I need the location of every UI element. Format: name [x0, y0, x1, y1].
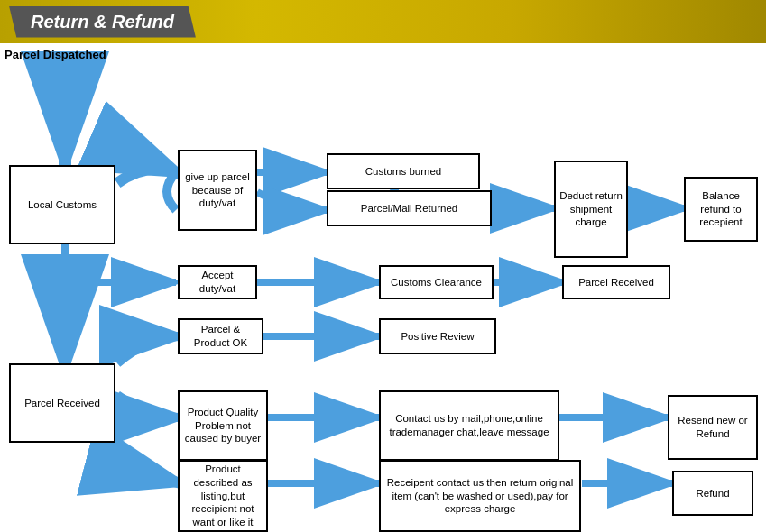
parcel-received-right-box: Parcel Received [562, 265, 670, 299]
header-title-box: Return & Refund [9, 6, 196, 38]
parcel-product-ok-box: Parcel & Product OK [178, 318, 263, 354]
refund-box: Refund [672, 471, 753, 516]
main-diagram: Parcel Dispatched Local Customs give up … [0, 43, 766, 532]
positive-review-box: Positive Review [379, 318, 496, 354]
accept-duty-box: Accept duty/vat [178, 265, 257, 299]
product-quality-box: Product Quality Problem not caused by bu… [178, 390, 268, 461]
local-customs-box: Local Customs [9, 165, 115, 244]
parcel-received-left-box: Parcel Received [9, 363, 115, 443]
deduct-return-box: Deduct return shipment charge [554, 161, 628, 258]
product-described-box: Product described as listing,but receipi… [178, 460, 268, 532]
balance-refund-box: Balance refund to recepient [684, 177, 758, 242]
customs-burned-box: Customs burned [327, 153, 480, 189]
parcel-dispatched-label: Parcel Dispatched [5, 48, 106, 61]
receipient-contact-box: Receipent contact us then return origina… [379, 460, 581, 532]
resend-refund-box: Resend new or Refund [668, 395, 758, 460]
header: Return & Refund [0, 0, 766, 43]
give-up-box: give up parcel because of duty/vat [178, 150, 257, 231]
contact-us-box: Contact us by mail,phone,online trademan… [379, 390, 559, 461]
header-title: Return & Refund [31, 12, 174, 32]
customs-clearance-box: Customs Clearance [379, 265, 494, 299]
parcel-mail-returned-box: Parcel/Mail Returned [327, 190, 492, 226]
